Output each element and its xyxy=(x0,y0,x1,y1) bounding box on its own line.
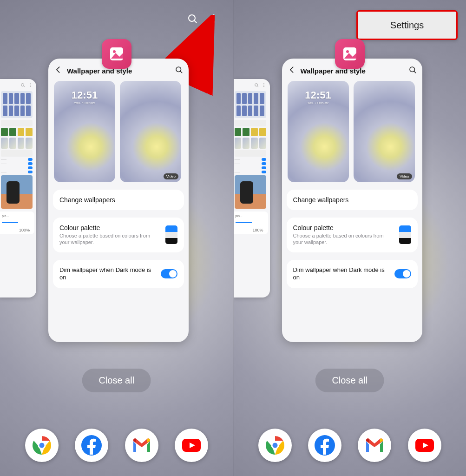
peek-progress-percent: 100% xyxy=(2,228,32,232)
recent-app-card[interactable]: Wallpaper and style 12:51Wed, 7 February… xyxy=(48,59,189,342)
peek-progress-bar xyxy=(2,222,18,223)
dock-gmail[interactable] xyxy=(125,429,158,462)
peek-filename: pin... xyxy=(2,214,9,218)
lock-screen-preview[interactable]: 12:51Wed, 7 February xyxy=(288,81,349,182)
colour-palette-subtitle: Choose a palette based on colours from y… xyxy=(293,232,394,246)
recent-app-card[interactable]: Wallpaper and style 12:51Wed, 7 February… xyxy=(282,59,422,342)
dock-facebook[interactable] xyxy=(308,429,341,462)
recent-app-peek[interactable]: —— —— —— —— pin... 100% xyxy=(233,79,270,298)
app-icon-gallery[interactable] xyxy=(102,39,131,69)
home-screen-preview[interactable]: Video xyxy=(354,81,415,182)
dock-gmail[interactable] xyxy=(358,429,391,462)
wallpaper-previews: 12:51Wed, 7 February Video xyxy=(282,81,422,186)
card-search-icon[interactable] xyxy=(408,66,417,76)
screenshot-right: Settings —— —— —— —— pin... 100% Wallpap… xyxy=(233,0,466,476)
dim-wallpaper-row[interactable]: Dim wallpaper when Dark mode is on xyxy=(53,260,184,289)
dock-youtube[interactable] xyxy=(408,429,441,462)
peek-progress-percent: 100% xyxy=(236,228,265,232)
palette-swatch xyxy=(399,225,411,244)
change-wallpapers-row[interactable]: Change wallpapers xyxy=(287,190,418,210)
dock-youtube[interactable] xyxy=(175,429,208,462)
dim-toggle[interactable] xyxy=(161,269,177,278)
peek-filename: pin... xyxy=(236,214,243,218)
lock-clock: 12:51Wed, 7 February xyxy=(54,89,115,104)
change-wallpapers-row[interactable]: Change wallpapers xyxy=(53,190,184,210)
back-icon[interactable] xyxy=(288,65,297,76)
settings-menu-label: Settings xyxy=(390,20,424,31)
peek-progress-bar xyxy=(236,222,252,223)
colour-palette-subtitle: Choose a palette based on colours from y… xyxy=(59,232,161,246)
colour-palette-row[interactable]: Colour palette Choose a palette based on… xyxy=(53,218,184,252)
dock xyxy=(0,429,233,462)
wallpaper-previews: 12:51Wed, 7 February Video xyxy=(48,81,189,186)
lock-clock: 12:51Wed, 7 February xyxy=(288,89,349,104)
dim-toggle[interactable] xyxy=(394,269,411,278)
more-options-icon[interactable] xyxy=(208,13,219,24)
dock-chrome[interactable] xyxy=(25,429,59,462)
card-search-icon[interactable] xyxy=(175,66,183,76)
palette-swatch xyxy=(165,225,177,244)
home-screen-preview[interactable]: Video xyxy=(120,81,181,182)
lock-screen-preview[interactable]: 12:51Wed, 7 February xyxy=(54,81,115,182)
colour-palette-title: Colour palette xyxy=(59,224,161,231)
app-icon-gallery[interactable] xyxy=(335,39,365,69)
video-badge: Video xyxy=(397,173,412,179)
recent-app-peek[interactable]: —— —— —— —— pin... 100% xyxy=(0,79,36,298)
screenshot-left: —— —— —— —— pin... 100% Wallpaper and st… xyxy=(0,0,233,476)
dock xyxy=(234,429,466,462)
dock-facebook[interactable] xyxy=(75,429,108,462)
search-icon[interactable] xyxy=(187,13,198,24)
recents-topbar xyxy=(187,13,219,24)
dim-wallpaper-row[interactable]: Dim wallpaper when Dark mode is on xyxy=(287,260,418,289)
colour-palette-title: Colour palette xyxy=(293,224,394,231)
colour-palette-row[interactable]: Colour palette Choose a palette based on… xyxy=(287,218,418,252)
settings-menu-item[interactable]: Settings xyxy=(356,10,458,40)
dock-chrome[interactable] xyxy=(258,429,292,462)
video-badge: Video xyxy=(164,173,178,179)
close-all-button[interactable]: Close all xyxy=(82,369,151,392)
back-icon[interactable] xyxy=(54,65,63,76)
close-all-button[interactable]: Close all xyxy=(315,369,384,392)
